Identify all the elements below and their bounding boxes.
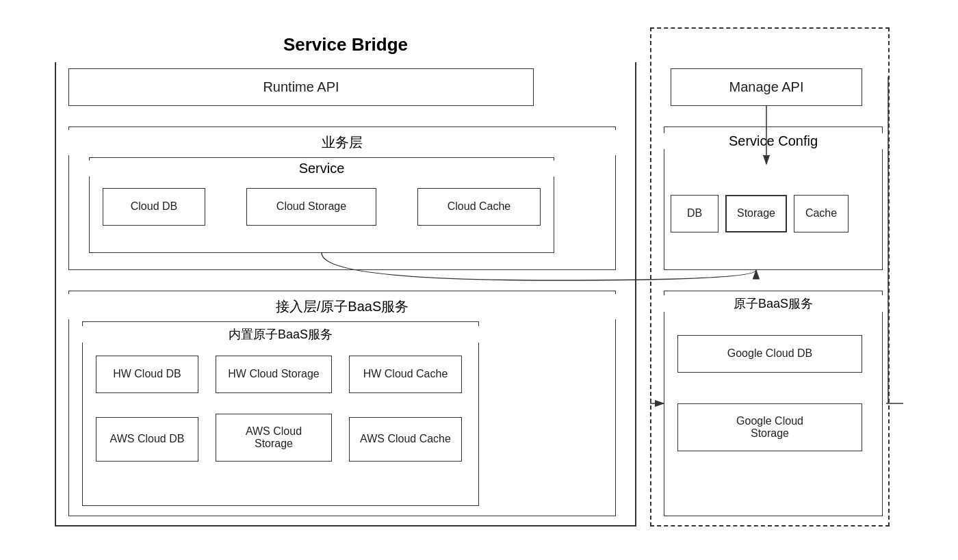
aws-storage-box: AWS Cloud Storage: [216, 414, 332, 462]
sc-cache-box: Cache: [794, 195, 849, 232]
cloud-db-label: Cloud DB: [131, 200, 177, 213]
runtime-api-label: Runtime API: [263, 79, 339, 95]
sc-cache-label: Cache: [805, 207, 837, 219]
sc-db-label: DB: [687, 207, 702, 219]
outer-baas-title: 原子BaaS服务: [664, 295, 883, 312]
cloud-cache-label: Cloud Cache: [448, 200, 511, 213]
business-layer-title: 业务层: [68, 130, 616, 155]
service-config-title: Service Config: [664, 133, 883, 149]
google-db-box: Google Cloud DB: [677, 335, 862, 373]
inner-baas-title: 内置原子BaaS服务: [82, 326, 479, 343]
hw-storage-label: HW Cloud Storage: [228, 368, 319, 380]
aws-db-label: AWS Cloud DB: [110, 433, 185, 445]
aws-cache-label: AWS Cloud Cache: [360, 433, 451, 445]
sc-storage-label: Storage: [737, 207, 775, 219]
cloud-db-box: Cloud DB: [103, 188, 205, 226]
aws-storage-label: AWS Cloud Storage: [246, 425, 302, 450]
google-storage-label: Google Cloud Storage: [736, 415, 803, 440]
hw-db-label: HW Cloud DB: [113, 368, 181, 380]
aws-cache-box: AWS Cloud Cache: [349, 417, 462, 462]
google-storage-box: Google Cloud Storage: [677, 403, 862, 451]
runtime-api-box: Runtime API: [68, 68, 534, 106]
aws-db-box: AWS Cloud DB: [96, 417, 198, 462]
service-inner-title: Service: [89, 161, 554, 176]
google-db-label: Google Cloud DB: [727, 347, 813, 360]
sc-db-box: DB: [671, 195, 718, 232]
hw-storage-box: HW Cloud Storage: [216, 356, 332, 393]
manage-api-label: Manage API: [729, 79, 804, 95]
hw-cache-box: HW Cloud Cache: [349, 356, 462, 393]
hw-db-box: HW Cloud DB: [96, 356, 198, 393]
cloud-storage-box: Cloud Storage: [246, 188, 376, 226]
service-bridge-title: Service Bridge: [55, 27, 636, 62]
access-layer-title: 接入层/原子BaaS服务: [68, 294, 616, 319]
sc-storage-box: Storage: [725, 195, 787, 232]
diagram-wrapper: Service Bridge Runtime API Manage API 业务…: [34, 21, 924, 540]
manage-api-box: Manage API: [671, 68, 862, 106]
cloud-cache-box: Cloud Cache: [417, 188, 541, 226]
hw-cache-label: HW Cloud Cache: [363, 368, 448, 380]
cloud-storage-label: Cloud Storage: [276, 200, 346, 213]
